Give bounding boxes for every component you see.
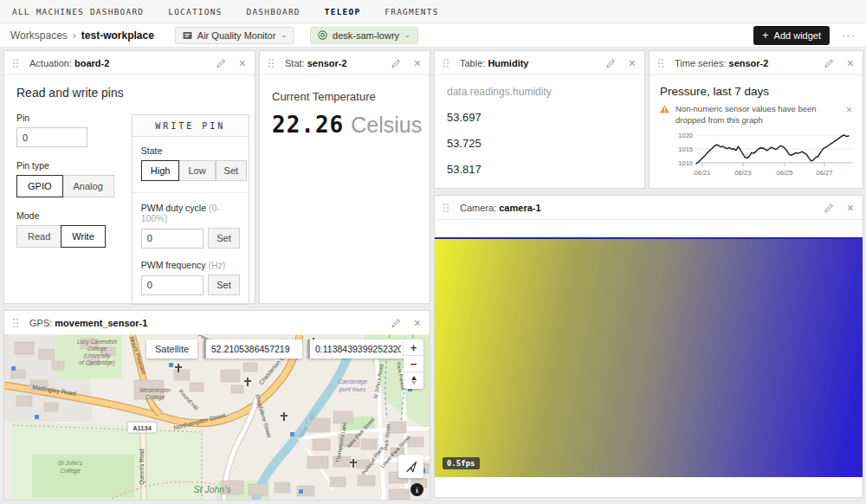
state-low-button[interactable]: Low	[178, 160, 215, 181]
close-icon[interactable]: ×	[414, 317, 421, 329]
edit-pencil-icon[interactable]	[824, 203, 834, 213]
close-icon[interactable]: ×	[847, 57, 854, 69]
edit-pencil-icon[interactable]	[216, 58, 226, 68]
top-nav: ALL MACHINES DASHBOARD LOCATIONS DASHBOA…	[0, 0, 866, 23]
map-label: College	[145, 394, 165, 401]
pitch-toggle-button[interactable]	[404, 372, 423, 389]
actuation-heading: Read and write pins	[16, 86, 242, 100]
pwm-freq-label: PWM frequency (Hz)	[141, 260, 240, 270]
drag-handle-icon[interactable]	[13, 59, 18, 68]
state-set-button[interactable]: Set	[216, 160, 248, 181]
pin-type-gpio-button[interactable]: GPIO	[16, 175, 63, 197]
map-container: A1134 Lucy CavendishCollege(Universityof…	[4, 335, 430, 500]
nav-locations[interactable]: LOCATIONS	[168, 7, 222, 16]
warning-banner: Non-numeric sensor values have been drop…	[660, 104, 852, 126]
widget-title: Camera: camera-1	[460, 203, 541, 213]
latitude-input[interactable]	[204, 339, 302, 359]
pwm-freq-set-button[interactable]: Set	[208, 275, 240, 295]
edit-pencil-icon[interactable]	[391, 318, 401, 328]
x-tick: 06/21	[695, 169, 711, 177]
widget-header: GPS: movement_sensor-1 ×	[4, 311, 430, 335]
satellite-toggle-button[interactable]: Satellite	[146, 339, 197, 359]
map-label: Lucy Cavendish	[77, 339, 118, 346]
pressure-line-chart: 1020 1015 1010 06/21 06/23 06/25 06/27	[660, 128, 856, 180]
pitch-arrows-icon	[411, 376, 417, 385]
nav-teleop[interactable]: TELEOP	[325, 7, 361, 16]
widget-table: Table: Humidity × data.readings.humidity…	[434, 50, 645, 189]
close-icon[interactable]: ×	[239, 57, 246, 69]
nav-all-machines-dashboard[interactable]: ALL MACHINES DASHBOARD	[12, 7, 144, 16]
chart-title: Pressure, last 7 days	[660, 85, 852, 98]
warning-text: Non-numeric sensor values have been drop…	[675, 104, 818, 126]
map-info-button[interactable]: i	[410, 483, 423, 496]
edit-pencil-icon[interactable]	[391, 58, 401, 68]
pwm-duty-label: PWM duty cycle (0-100%)	[141, 203, 240, 223]
machine-select[interactable]: Air Quality Monitor ⌄	[175, 27, 294, 44]
pwm-duty-set-button[interactable]: Set	[208, 228, 240, 249]
nav-dashboard[interactable]: DASHBOARD	[247, 7, 301, 16]
add-widget-button[interactable]: + Add widget	[753, 26, 830, 45]
pwm-duty-input[interactable]	[141, 229, 204, 249]
table-row: 53.817	[447, 163, 632, 176]
drag-handle-icon[interactable]	[443, 59, 449, 68]
map-label: College	[60, 468, 81, 475]
map-label: Westminster	[139, 387, 171, 393]
x-tick: 06/23	[735, 169, 752, 177]
map-canvas[interactable]: A1134 Lucy CavendishCollege(Universityof…	[4, 335, 430, 500]
breadcrumb-current: test-workplace	[81, 29, 154, 42]
drag-handle-icon[interactable]	[443, 204, 449, 212]
widget-title: Actuation: board-2	[29, 58, 109, 68]
breadcrumb-workspaces[interactable]: Workspaces	[10, 29, 68, 42]
stat-value: 22.26	[272, 112, 344, 138]
nav-fragments[interactable]: FRAGMENTS	[385, 7, 438, 16]
drag-handle-icon[interactable]	[13, 319, 18, 327]
machine-icon	[183, 31, 192, 40]
mode-read-button[interactable]: Read	[16, 225, 61, 248]
map-label: punt tours	[338, 386, 366, 393]
close-icon[interactable]: ×	[414, 57, 421, 69]
drag-handle-icon[interactable]	[658, 59, 663, 68]
map-zoom-control: + −	[404, 339, 423, 389]
warning-dismiss-icon[interactable]: ×	[846, 104, 852, 116]
device-select-label: desk-sam-lowry	[333, 30, 399, 41]
pin-input[interactable]	[16, 127, 87, 147]
close-icon[interactable]: ×	[847, 202, 854, 214]
map-label: St John's	[58, 460, 83, 466]
more-menu-button[interactable]: ···	[842, 29, 856, 42]
dashboard-canvas: Actuation: board-2 × Read and write pins…	[0, 48, 866, 504]
mode-write-button[interactable]: Write	[61, 225, 105, 248]
state-high-button[interactable]: High	[141, 160, 180, 181]
camera-stream-image: 0.5fps	[435, 237, 863, 477]
map-label: Cambridge	[338, 378, 367, 385]
edit-pencil-icon[interactable]	[605, 58, 616, 68]
widget-header: Actuation: board-2 ×	[4, 51, 255, 75]
edit-pencil-icon[interactable]	[824, 58, 834, 68]
add-widget-label: Add widget	[774, 30, 821, 41]
pin-label: Pin	[16, 113, 114, 123]
locate-button[interactable]	[398, 455, 423, 478]
write-pin-panel: WRITE PIN State High Low Set PWM duty cy…	[132, 114, 249, 305]
pin-type-analog-button[interactable]: Analog	[62, 175, 114, 197]
pin-type-label: Pin type	[16, 160, 114, 171]
map-label: of Cambridge)	[79, 359, 114, 366]
chevron-down-icon: ⌄	[404, 31, 410, 39]
zoom-out-button[interactable]: −	[404, 356, 423, 372]
table-column-header: data.readings.humidity	[447, 86, 632, 98]
widget-gps: GPS: movement_sensor-1 ×	[3, 310, 430, 501]
zoom-in-button[interactable]: +	[404, 339, 423, 356]
device-select[interactable]: desk-sam-lowry ⌄	[310, 27, 418, 44]
warning-icon	[660, 105, 669, 113]
pwm-freq-input[interactable]	[141, 275, 204, 295]
chevron-down-icon: ⌄	[281, 31, 287, 39]
table-row: 53.697	[447, 111, 632, 124]
longitude-input[interactable]	[307, 339, 406, 359]
state-label: State	[141, 145, 240, 156]
workspace-toolbar: Workspaces › test-workplace Air Quality …	[0, 23, 866, 48]
drag-handle-icon[interactable]	[268, 59, 274, 68]
breadcrumb: Workspaces › test-workplace	[10, 29, 154, 42]
divider	[132, 192, 249, 193]
table-row: 53.725	[447, 137, 632, 150]
widget-title: Stat: sensor-2	[285, 58, 347, 68]
close-icon[interactable]: ×	[629, 57, 636, 69]
stat-unit: Celsius	[351, 113, 422, 138]
